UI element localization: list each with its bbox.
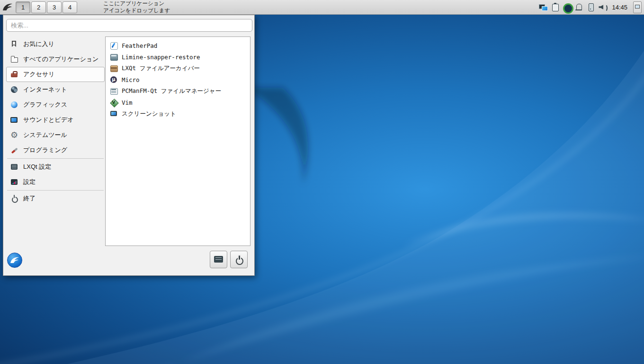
category-item[interactable]: アクセサリ	[6, 67, 105, 82]
app-item[interactable]: LXQt ファイルアーカイバー	[107, 63, 248, 74]
workspace-switcher: 1 2 3 4	[16, 1, 77, 13]
power-icon	[235, 255, 243, 264]
display-icon[interactable]	[538, 2, 548, 12]
folder-icon	[9, 55, 19, 64]
video-icon	[9, 115, 19, 125]
gear-icon	[9, 130, 19, 140]
category-item[interactable]: LXQt 設定	[6, 159, 105, 174]
power-icon	[9, 194, 19, 203]
clock[interactable]: 14:45	[612, 4, 627, 11]
device-icon[interactable]	[586, 2, 595, 12]
sphere-icon	[9, 100, 19, 109]
app-label: スクリーンショット	[122, 110, 176, 118]
record-icon[interactable]	[562, 2, 572, 12]
app-item[interactable]: スクリーンショット	[107, 108, 248, 119]
desktop-icon	[635, 5, 640, 9]
limine-icon	[109, 53, 118, 61]
workspace-button[interactable]: 3	[47, 1, 62, 13]
category-list: お気に入り すべてのアプリケーション アクセサリ インターネット グラフィックス	[6, 36, 105, 206]
app-list: FeatherPad Limine-snapper-restore LXQt フ…	[105, 36, 250, 246]
clipboard-icon[interactable]	[550, 2, 560, 12]
category-label: アクセサリ	[23, 70, 55, 79]
category-item[interactable]: プログラミング	[6, 143, 105, 158]
category-item[interactable]: システムツール	[6, 127, 105, 143]
category-label: 設定	[23, 178, 36, 186]
drop-hint-line1: ここにアプリケーション	[103, 0, 170, 7]
globe-icon	[9, 85, 19, 94]
category-label: LXQt 設定	[23, 163, 51, 171]
category-item[interactable]: すべてのアプリケーション	[6, 52, 105, 67]
archiver-icon	[109, 64, 118, 73]
category-label: システムツール	[23, 131, 67, 139]
settings-icon	[214, 256, 223, 263]
lxqt-settings-icon	[9, 162, 19, 172]
volume-icon[interactable]	[598, 2, 607, 12]
category-label: インターネット	[23, 85, 67, 94]
app-label: PCManFM-Qt ファイルマネージャー	[122, 87, 221, 95]
app-label: Micro	[122, 76, 140, 83]
system-tray	[538, 2, 607, 12]
workspace-button[interactable]: 4	[63, 1, 77, 13]
app-item[interactable]: FeatherPad	[107, 40, 248, 51]
app-item[interactable]: Limine-snapper-restore	[107, 51, 248, 63]
panel-drop-hint: ここにアプリケーション アイコンをドロップします	[103, 0, 170, 14]
app-item[interactable]: Micro	[107, 74, 248, 85]
app-menu-button[interactable]	[1, 1, 14, 14]
micro-icon	[109, 75, 118, 84]
app-label: FeatherPad	[122, 42, 157, 49]
settings-icon	[9, 177, 19, 187]
category-label: サウンドとビデオ	[23, 116, 73, 124]
app-label: Limine-snapper-restore	[122, 54, 200, 61]
screenshot-icon	[109, 109, 118, 118]
lxqt-bird-icon	[2, 1, 13, 13]
top-panel: 1 2 3 4 ここにアプリケーション アイコンをドロップします 14:45	[0, 0, 644, 15]
workspace-button[interactable]: 2	[31, 1, 46, 13]
workspace-button[interactable]: 1	[16, 1, 30, 13]
pcmanfm-icon	[109, 87, 118, 95]
lxqt-bird-icon	[9, 255, 20, 266]
menu-settings-button[interactable]	[210, 251, 227, 268]
tools-icon	[9, 146, 19, 155]
notifications-icon[interactable]	[574, 2, 583, 12]
app-item[interactable]: Vim	[107, 97, 248, 108]
category-label: 終了	[23, 194, 36, 203]
category-label: プログラミング	[23, 146, 67, 155]
bookmark-icon	[9, 39, 19, 49]
drop-hint-line2: アイコンをドロップします	[103, 7, 170, 14]
category-separator	[7, 158, 104, 159]
lxqt-logo-button[interactable]	[7, 253, 22, 268]
app-item[interactable]: PCManFM-Qt ファイルマネージャー	[107, 85, 248, 97]
category-item[interactable]: 設定	[6, 174, 105, 190]
category-label: お気に入り	[23, 40, 54, 48]
category-item[interactable]: グラフィックス	[6, 97, 105, 112]
app-label: Vim	[122, 99, 133, 106]
category-label: グラフィックス	[23, 100, 67, 109]
category-item[interactable]: サウンドとビデオ	[6, 112, 105, 127]
menu-power-button[interactable]	[230, 251, 248, 268]
category-separator	[7, 190, 104, 191]
category-item[interactable]: インターネット	[6, 82, 105, 97]
category-item[interactable]: お気に入り	[6, 36, 105, 52]
featherpad-icon	[109, 41, 118, 50]
app-label: LXQt ファイルアーカイバー	[122, 64, 200, 73]
vim-icon	[109, 98, 118, 107]
briefcase-icon	[9, 70, 19, 79]
search-input[interactable]	[6, 19, 252, 32]
show-desktop-button[interactable]	[633, 1, 642, 13]
category-label: すべてのアプリケーション	[23, 55, 98, 64]
app-menu-popup: お気に入り すべてのアプリケーション アクセサリ インターネット グラフィックス	[3, 15, 255, 276]
category-item[interactable]: 終了	[6, 191, 105, 206]
